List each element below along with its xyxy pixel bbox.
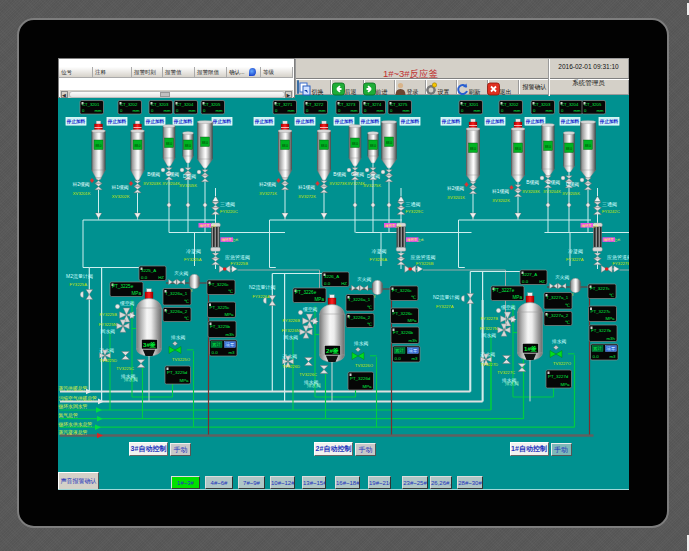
svg-text:循环泵上水: 循环泵上水 [582, 224, 600, 228]
svg-text:TV3226O: TV3226O [355, 363, 374, 368]
svg-text:MPa: MPa [315, 297, 325, 302]
svg-text:PT_3226e: PT_3226e [295, 290, 317, 295]
svg-text:℃: ℃ [565, 303, 570, 308]
svg-text:FY3226A: FY3226A [253, 294, 271, 299]
svg-text:℃: ℃ [411, 295, 416, 300]
svg-text:B缓阀: B缓阀 [333, 172, 346, 178]
svg-text:mm: mm [164, 108, 171, 113]
svg-text:mm: mm [288, 108, 295, 113]
svg-text:88.0: 88.0 [515, 147, 521, 151]
svg-text:停止加料: 停止加料 [485, 118, 505, 125]
svg-text:三通阀: 三通阀 [220, 201, 235, 208]
svg-text:℃: ℃ [184, 316, 189, 321]
svg-text:排水阀: 排水阀 [353, 341, 369, 347]
svg-text:FT_3227b: FT_3227b [591, 328, 612, 333]
svg-text:MPa: MPa [362, 384, 372, 389]
svg-text:科2缓阀: 科2缓阀 [447, 186, 464, 192]
svg-text:PT_3225d: PT_3225d [167, 370, 188, 375]
svg-text:TV3227O: TV3227O [553, 361, 572, 366]
svg-text:停止加料: 停止加料 [400, 118, 420, 125]
svg-text:XV3202K: XV3202K [112, 194, 130, 199]
svg-text:灭火阀: 灭火阀 [555, 274, 570, 281]
svg-text:C缓阀: C缓阀 [351, 172, 364, 178]
svg-text:XV3201K: XV3201K [447, 195, 465, 200]
svg-text:XV3204K: XV3204K [162, 181, 180, 186]
svg-text:FY3242C: FY3242C [602, 209, 620, 214]
svg-text:MPa: MPa [560, 382, 570, 387]
svg-text:CT_3203: CT_3203 [151, 102, 169, 107]
svg-text:88.0: 88.0 [134, 144, 140, 148]
svg-text:HZ: HZ [341, 281, 347, 286]
svg-text:FY3226N: FY3226N [282, 328, 300, 333]
svg-text:FT_3226c: FT_3226c [392, 288, 413, 293]
svg-text:MPa: MPa [224, 312, 234, 317]
svg-text:FY3227A: FY3227A [566, 257, 584, 262]
svg-text:FY3227N: FY3227N [480, 326, 498, 331]
svg-text:XV3272K: XV3272K [298, 194, 316, 199]
svg-text:停止加料: 停止加料 [334, 118, 354, 125]
svg-text:PT_3227c: PT_3227c [591, 309, 612, 314]
svg-text:88.0: 88.0 [370, 144, 376, 148]
svg-text:88.0: 88.0 [321, 144, 327, 148]
svg-text:m3h: m3h [225, 332, 234, 337]
svg-text:3226_A: 3226_A [324, 274, 339, 279]
svg-text:88.0: 88.0 [470, 147, 476, 151]
svg-text:蒸汽供暖总管: 蒸汽供暖总管 [59, 385, 88, 392]
svg-text:FT_3226b: FT_3226b [393, 330, 414, 335]
svg-text:m3: m3 [609, 354, 616, 359]
svg-text:冷凝阀: 冷凝阀 [568, 248, 583, 255]
svg-text:FY3226A: FY3226A [370, 257, 388, 262]
svg-text:0.0: 0.0 [324, 281, 331, 286]
svg-text:FY3229C: FY3229C [406, 209, 424, 214]
svg-text:88.0: 88.0 [566, 147, 572, 151]
svg-text:FT_3225b: FT_3225b [210, 324, 231, 329]
svg-text:MPa: MPa [179, 378, 189, 383]
svg-text:TV3225C: TV3225C [116, 366, 134, 371]
svg-text:停止加料: 停止加料 [360, 118, 380, 125]
svg-text:XV3271K: XV3271K [259, 191, 277, 196]
svg-text:循环泵上水: 循环泵上水 [200, 224, 218, 228]
svg-text:FY3226B: FY3226B [416, 261, 434, 266]
svg-text:停止加料: 停止加料 [66, 118, 86, 125]
svg-text:停止加料: 停止加料 [107, 118, 127, 125]
svg-text:88.0: 88.0 [166, 142, 172, 146]
svg-text:mm: mm [597, 108, 604, 113]
svg-text:科2缓阀: 科2缓阀 [72, 182, 89, 188]
svg-text:mm: mm [95, 108, 102, 113]
svg-text:排水阀: 排水阀 [170, 335, 186, 341]
svg-text:停止加料: 停止加料 [599, 118, 619, 125]
svg-text:排水阀: 排水阀 [504, 381, 519, 387]
svg-text:mm: mm [474, 108, 481, 113]
svg-text:3#釜: 3#釜 [143, 341, 156, 348]
svg-text:累计: 累计 [395, 348, 404, 353]
svg-text:FY3227A: FY3227A [436, 304, 454, 309]
svg-text:B缓阀: B缓阀 [526, 180, 539, 186]
svg-text:MPa: MPa [605, 316, 615, 321]
svg-text:科1缓阀: 科1缓阀 [492, 189, 509, 195]
svg-text:℃: ℃ [367, 322, 372, 327]
svg-text:m3: m3 [228, 350, 235, 355]
svg-text:FY3226B: FY3226B [283, 318, 301, 323]
svg-text:冷凝阀: 冷凝阀 [186, 248, 201, 255]
svg-text:停止加料: 停止加料 [145, 118, 165, 125]
svg-text:mm: mm [514, 108, 521, 113]
svg-text:PT_3227d: PT_3227d [548, 374, 569, 379]
svg-text:N2流量计阀: N2流量计阀 [433, 294, 459, 301]
svg-text:FY3225B: FY3225B [100, 312, 118, 317]
svg-text:清零: 清零 [225, 342, 235, 347]
svg-text:PT_3227e: PT_3227e [493, 288, 515, 293]
svg-text:TV3227D: TV3227D [480, 362, 498, 367]
svg-text:TV3226D: TV3226D [282, 364, 300, 369]
svg-text:2#釜: 2#釜 [326, 347, 339, 354]
svg-text:累计: 累计 [593, 346, 602, 351]
svg-text:停止加料: 停止加料 [295, 118, 315, 125]
svg-text:冷凝阀: 冷凝阀 [372, 248, 387, 255]
svg-text:缓空阀: 缓空阀 [120, 300, 135, 307]
svg-text:3227_A: 3227_A [522, 272, 537, 277]
svg-text:N2流量计阀: N2流量计阀 [249, 284, 275, 291]
svg-text:T_3226a_2: T_3226a_2 [165, 309, 188, 314]
svg-text:T_3226a_1: T_3226a_1 [165, 291, 188, 296]
svg-text:CT_3275: CT_3275 [390, 102, 408, 107]
svg-text:℃: ℃ [565, 320, 570, 325]
svg-text:科1缓阀: 科1缓阀 [298, 185, 315, 191]
